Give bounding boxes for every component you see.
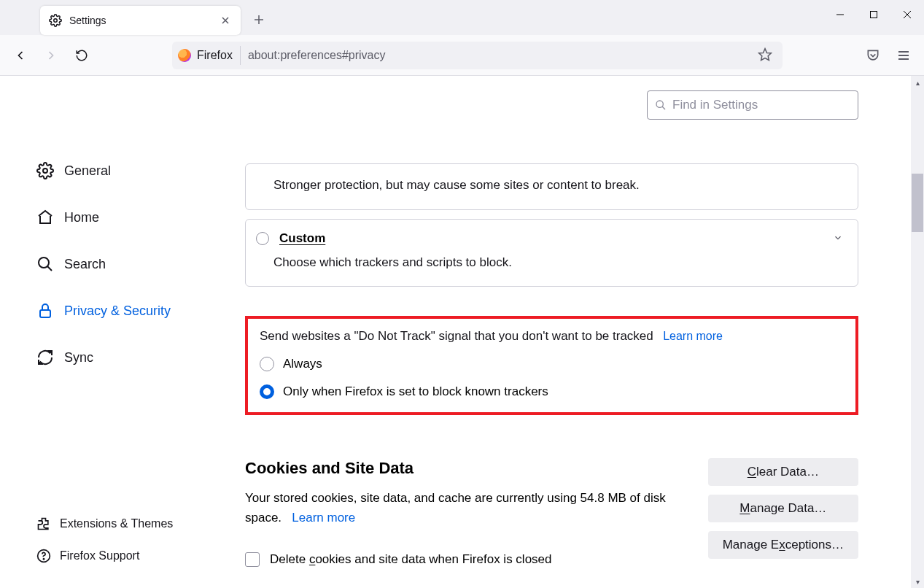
brand-label: Firefox [197, 49, 233, 62]
sidebar-extensions[interactable]: Extensions & Themes [36, 509, 233, 538]
checkbox-delete-on-close[interactable] [245, 552, 260, 567]
dnt-option-always[interactable]: Always [260, 357, 844, 371]
scroll-down-icon[interactable]: ▾ [911, 575, 924, 588]
scrollbar[interactable]: ▴ ▾ [911, 76, 924, 588]
titlebar: Settings [0, 0, 924, 35]
settings-page: General Home Search Privacy & Security S… [0, 76, 917, 588]
checkbox-label: Delete cookies and site data when Firefo… [270, 552, 552, 567]
scroll-up-icon[interactable]: ▴ [911, 76, 924, 89]
sidebar: General Home Search Privacy & Security S… [0, 76, 233, 588]
do-not-track-section: Send websites a "Do Not Track" signal th… [245, 316, 858, 415]
toolbar: Firefox about:preferences#privacy [0, 35, 924, 76]
new-tab-button[interactable] [252, 13, 265, 26]
window-controls [823, 0, 924, 29]
svg-point-0 [54, 19, 58, 23]
sidebar-support[interactable]: Firefox Support [36, 541, 233, 570]
svg-rect-5 [40, 310, 50, 317]
sidebar-item-label: Privacy & Security [64, 303, 171, 319]
sidebar-item-label: Search [64, 257, 106, 272]
address-text: about:preferences#privacy [248, 49, 758, 62]
radio-custom[interactable] [256, 232, 269, 245]
find-in-settings[interactable] [647, 90, 858, 120]
protection-strict-card[interactable]: Stronger protection, but may cause some … [245, 163, 858, 210]
pocket-button[interactable] [860, 42, 886, 69]
content: Stronger protection, but may cause some … [233, 76, 917, 588]
sidebar-item-privacy[interactable]: Privacy & Security [36, 295, 233, 327]
search-icon [655, 99, 667, 111]
close-tab-icon[interactable] [219, 14, 232, 27]
radio-label: Only when Firefox is set to block known … [283, 384, 548, 399]
svg-rect-1 [871, 12, 877, 18]
sidebar-item-label: Home [64, 210, 99, 225]
browser-tab[interactable]: Settings [40, 6, 241, 35]
sidebar-item-label: General [64, 163, 111, 179]
app-menu-button[interactable] [890, 42, 917, 69]
sidebar-item-search[interactable]: Search [36, 248, 233, 280]
sidebar-item-general[interactable]: General [36, 155, 233, 187]
radio-label: Always [283, 357, 322, 371]
custom-desc: Choose which trackers and scripts to blo… [273, 253, 830, 272]
firefox-icon [178, 49, 191, 62]
url-bar[interactable]: Firefox about:preferences#privacy [172, 42, 783, 69]
clear-data-button[interactable]: Clear Data… [708, 458, 858, 486]
radio-always[interactable] [260, 357, 274, 371]
custom-title: Custom [279, 231, 325, 246]
sidebar-item-label: Firefox Support [60, 549, 139, 562]
protection-custom-card[interactable]: Custom Choose which trackers and scripts… [245, 219, 858, 287]
scroll-thumb[interactable] [912, 174, 923, 232]
tab-title: Settings [69, 15, 211, 26]
cookies-learn-more[interactable]: Learn more [292, 511, 355, 525]
manage-data-button[interactable]: Manage Data… [708, 495, 858, 522]
radio-auto[interactable] [260, 384, 274, 399]
chevron-down-icon[interactable] [833, 233, 843, 246]
bookmark-star-icon[interactable] [758, 47, 774, 63]
sidebar-item-home[interactable]: Home [36, 201, 233, 233]
urlbar-separator [240, 46, 241, 65]
reload-button[interactable] [69, 42, 95, 69]
svg-point-3 [43, 169, 47, 173]
cookies-usage: Your stored cookies, site data, and cach… [245, 488, 690, 527]
close-window-button[interactable] [890, 0, 924, 29]
sidebar-item-label: Extensions & Themes [60, 517, 173, 530]
sidebar-item-label: Sync [64, 350, 93, 365]
forward-button[interactable] [38, 42, 64, 69]
svg-point-8 [656, 101, 663, 107]
maximize-button[interactable] [857, 0, 890, 29]
minimize-button[interactable] [823, 0, 857, 29]
svg-point-4 [39, 258, 49, 268]
cookie-buttons: Clear Data… Manage Data… Manage Exceptio… [708, 458, 858, 559]
dnt-option-auto[interactable]: Only when Firefox is set to block known … [260, 384, 844, 399]
sidebar-item-sync[interactable]: Sync [36, 341, 233, 374]
dnt-learn-more[interactable]: Learn more [663, 330, 723, 342]
find-input[interactable] [672, 98, 850, 112]
strict-desc: Stronger protection, but may cause some … [273, 176, 830, 195]
manage-exceptions-button[interactable]: Manage Exceptions… [708, 531, 858, 559]
back-button[interactable] [7, 42, 34, 69]
dnt-prompt: Send websites a "Do Not Track" signal th… [260, 329, 653, 343]
svg-point-7 [43, 559, 44, 560]
gear-icon [49, 14, 62, 27]
svg-marker-2 [759, 48, 772, 60]
